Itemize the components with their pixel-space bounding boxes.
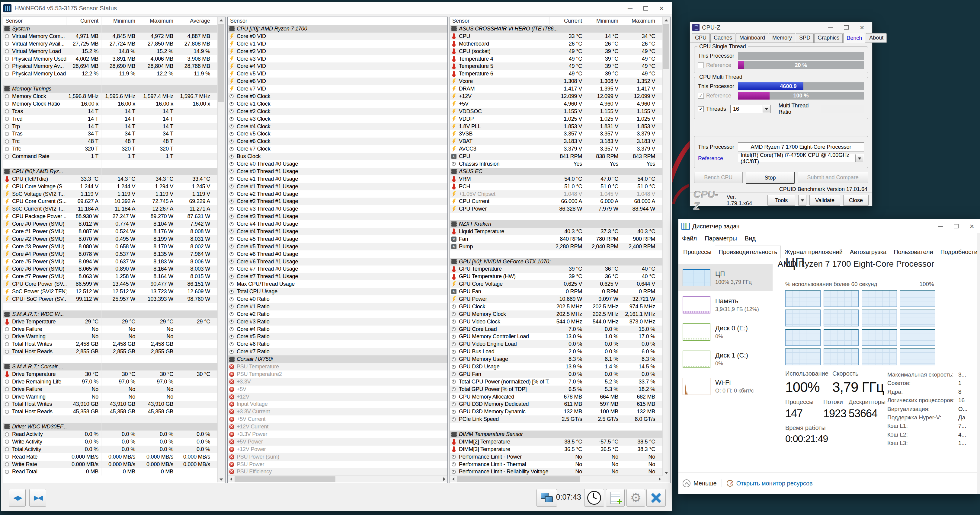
taskmgr-tab[interactable]: Процессы [679, 246, 715, 258]
sensor-row[interactable]: Core #5 Clock [228, 130, 447, 138]
sensor-row[interactable]: Trfc 320 T 320 T 320 T [3, 145, 225, 153]
sensor-row[interactable]: PSU Temperature [228, 363, 447, 371]
sensor-row[interactable]: Core #5 Power (SMU) 8.094 W 0.637 W 8.18… [3, 258, 225, 266]
sensor-row[interactable]: Performance Limit - Power No No No [450, 453, 670, 461]
sensor-row[interactable]: Core #6 Ratio [228, 340, 447, 348]
sensor-row[interactable]: Core #3 Clock [228, 115, 447, 123]
sensor-row[interactable]: GPU Memory Controller Load 13.0 % 1.0 % … [450, 333, 670, 341]
sensor-row[interactable]: SoC Power (SVI2 TFN) 12.512 W 12.512 W 1… [3, 288, 225, 295]
sensor-row[interactable]: Pump 2,280 RPM 2,040 RPM 2,400 RPM [450, 243, 670, 250]
sensor-row[interactable]: Core #4 Thread #0 Usage [228, 220, 447, 228]
close-icon[interactable] [654, 3, 669, 14]
sensor-row[interactable]: Read Rate 0.000 MB/s 0.000 MB/s 0.000 MB… [3, 453, 225, 461]
tools-dropdown-icon[interactable] [798, 195, 807, 206]
ratio-input[interactable] [821, 105, 864, 113]
sensor-row[interactable]: Core #6 Thread #1 Usage [228, 258, 447, 266]
taskmgr-titlebar[interactable]: Диспетчер задач [678, 219, 980, 233]
sensor-row[interactable]: Total GPU Power (normalized) [% of T... … [450, 378, 670, 385]
collapse-columns-button[interactable]: ▶◀ [29, 489, 46, 507]
sensor-row[interactable]: Core #4 Ratio [228, 325, 447, 333]
sensor-row[interactable]: GPU Temperature (HW) 39 °C 36 °C 40 °C [450, 273, 670, 280]
sensor-row[interactable]: CPU (socket) 49 °C 39 °C 49 °C [450, 48, 670, 55]
remote-monitoring-button[interactable] [536, 489, 557, 507]
sensor-row[interactable]: GPU Memory Clock 202.5 MHz 202.5 MHz 2,1… [450, 311, 670, 318]
sidebar-item[interactable]: Память 3,9/31,9 ГБ (12%) [678, 291, 773, 318]
open-resource-monitor-link[interactable]: Открыть монитор ресурсов [737, 480, 813, 487]
sensor-row[interactable]: Temperature 4 49 °C 39 °C 49 °C [450, 55, 670, 63]
sensor-row[interactable]: +5V Current [228, 415, 447, 423]
cpuz-tab[interactable]: SPD [796, 33, 814, 43]
sensor-row[interactable]: Memory Clock 1,596.8 MHz 1,595.6 MHz 1,5… [3, 93, 225, 100]
column-average[interactable]: Average [176, 17, 213, 25]
table-header[interactable]: Sensor Current Minimum Maximum Average [3, 17, 225, 25]
sensor-row[interactable]: Core #5 VID [228, 70, 447, 78]
sensor-row[interactable]: Tras 34 T 34 T 34 T [3, 130, 225, 138]
sensor-row[interactable]: Core #5 Thread #1 Usage [228, 243, 447, 250]
close-icon[interactable] [964, 219, 980, 233]
close-sensors-button[interactable] [646, 489, 666, 507]
sensor-row[interactable]: CPU [#0]: AMD Ryzen 7 1700 [228, 25, 447, 33]
threads-checkbox[interactable] [698, 106, 704, 112]
scroll-right-icon[interactable] [657, 476, 663, 482]
column-current[interactable]: Current [67, 17, 102, 25]
vertical-scrollbar[interactable] [217, 17, 225, 482]
sensor-row[interactable]: Core #0 Power (SMU) 8.012 W 0.774 W 8.10… [3, 220, 225, 228]
sensor-row[interactable]: Core #3 VID [228, 55, 447, 63]
sensor-row[interactable]: Core #0 Thread #1 Usage [228, 168, 447, 175]
sensor-row[interactable]: GPU Core Voltage 0.625 V 0.625 V 0.644 V [450, 280, 670, 288]
sensor-row[interactable]: Fan 840 RPM 780 RPM 900 RPM [450, 235, 670, 243]
sensor-row[interactable]: CPU 33 °C 14 °C 34 °C [450, 33, 670, 40]
sensor-row[interactable]: DIMM Temperature Sensor [450, 431, 670, 438]
minimize-icon[interactable] [823, 22, 838, 33]
minimize-icon[interactable] [932, 219, 948, 233]
sensor-row[interactable]: Write Activity 0.0 % 0.0 % 0.0 % 0.0 % [3, 438, 225, 445]
sensor-row[interactable]: Core #2 Ratio [228, 311, 447, 318]
sensor-row[interactable]: +3.3V Power [228, 431, 447, 438]
sensor-row[interactable]: Core #2 Clock [228, 108, 447, 115]
sensor-row[interactable] [450, 213, 670, 220]
sensor-row[interactable]: CPU+SoC Power (SV... 99.112 W 25.957 W 1… [3, 295, 225, 303]
sensor-row[interactable]: +3.3V [228, 378, 447, 385]
sensor-row[interactable]: Performance Limit - Reliability Voltage … [450, 468, 670, 476]
sensor-row[interactable]: Physical Memory Av... 28,694 MB 28,690 M… [3, 62, 225, 70]
sensor-row[interactable] [450, 250, 670, 258]
column-current[interactable]: Current [549, 17, 585, 25]
sensor-row[interactable]: Motherboard 26 °C 26 °C 26 °C [450, 40, 670, 48]
column-sensor[interactable]: Sensor [3, 17, 67, 25]
maximize-icon[interactable] [638, 3, 654, 14]
sensor-row[interactable]: Core #1 VID [228, 40, 447, 48]
proc-ref-label[interactable]: Reference [698, 155, 738, 162]
sensor-row[interactable]: Core #7 Thread #1 Usage [228, 273, 447, 280]
sensor-row[interactable]: GPU Video Clock 544.0 MHz 544.0 MHz 873.… [450, 318, 670, 325]
sensor-row[interactable]: GPU Fan 0 RPM 0 RPM 0 RPM [450, 288, 670, 295]
sensor-row[interactable]: Corsair HX750i [228, 355, 447, 363]
sensor-row[interactable]: Temperature 6 49 °C 39 °C 49 °C [450, 70, 670, 78]
hwinfo-titlebar[interactable]: HWiNFO64 v5.53-3175 Sensor Status [1, 2, 672, 15]
sensor-row[interactable]: Core #3 Ratio [228, 318, 447, 325]
sensor-row[interactable]: Trcd 14 T 14 T 14 T [3, 115, 225, 123]
sensor-row[interactable]: Core #4 Clock [228, 123, 447, 130]
sensor-row[interactable]: System [3, 25, 225, 33]
sensor-row[interactable]: Read Total 0 MB 0 MB 0 MB [3, 468, 225, 476]
sensor-row[interactable]: +5V [228, 385, 447, 393]
menu-item[interactable]: Вид [745, 235, 756, 242]
taskmgr-tab[interactable]: Подробности [937, 246, 980, 258]
fewer-details-button[interactable]: Меньше [694, 480, 717, 487]
sidebar-item[interactable]: ЦП 100% 3,79 ГГц [678, 264, 773, 291]
sensor-row[interactable]: Drive Warning No No No [3, 393, 225, 401]
sensor-row[interactable]: Liquid Temperature 40.3 °C 37.3 °C 40.3 … [450, 228, 670, 235]
sensor-row[interactable]: Drive Failure No No No [3, 325, 225, 333]
cpuz-titlebar[interactable]: CPU-Z [690, 22, 872, 33]
close-icon[interactable] [854, 22, 870, 33]
sensor-row[interactable]: Drive Failure No No No [3, 385, 225, 393]
scroll-left-icon[interactable] [228, 476, 234, 482]
sensor-row[interactable]: +12V Power [228, 445, 447, 453]
sensor-row[interactable]: Core #4 VID [228, 62, 447, 70]
sensor-row[interactable]: +12V 12.099 V 12.099 V 12.099 V [450, 93, 670, 100]
settings-button[interactable]: ⚙ [627, 489, 645, 507]
sensor-row[interactable]: Performance Limit - Thermal No No No [450, 461, 670, 468]
sensor-row[interactable]: Core #4 Thread #1 Usage [228, 228, 447, 235]
sensor-row[interactable]: Core #2 Thread #1 Usage [228, 198, 447, 205]
submit-compare-button[interactable]: Submit and Compare [798, 172, 868, 183]
sensor-row[interactable]: Drive Warning No No No [3, 333, 225, 341]
